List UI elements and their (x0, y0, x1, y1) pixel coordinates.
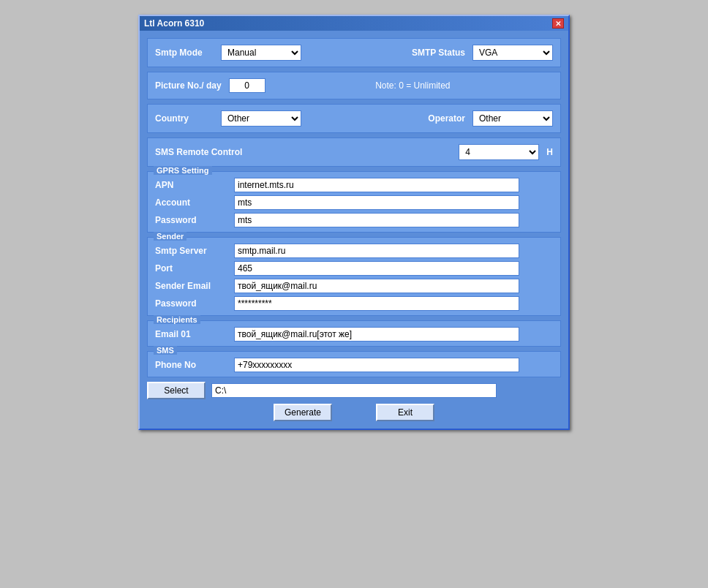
apn-input[interactable]: internet.mts.ru (234, 178, 519, 192)
sms-remote-select[interactable]: 4 (459, 144, 539, 160)
port-row: Port 465 (155, 261, 553, 276)
account-label: Account (155, 197, 228, 208)
country-operator-row: Country Other Operator Other (147, 104, 561, 133)
exit-button[interactable]: Exit (376, 404, 434, 421)
email01-input[interactable]: твой_ящик@mail.ru[этот же] (234, 327, 519, 342)
operator-label: Operator (428, 113, 465, 124)
phone-input[interactable]: +79xxxxxxxxx (234, 358, 519, 372)
account-input[interactable]: mts (234, 195, 519, 210)
email01-row: Email 01 твой_ящик@mail.ru[этот же] (155, 327, 553, 342)
phone-label: Phone No (155, 360, 228, 370)
smtp-mode-label: Smtp Mode (155, 48, 214, 58)
sender-email-input[interactable]: твой_ящик@mail.ru (234, 279, 519, 293)
title-bar: Ltl Acorn 6310 ✕ (140, 16, 568, 31)
sender-email-row: Sender Email твой_ящик@mail.ru (155, 279, 553, 293)
sender-section: Sender Smtp Server smtp.mail.ru Port 465… (147, 237, 561, 316)
smtp-server-input[interactable]: smtp.mail.ru (234, 244, 519, 258)
main-window: Ltl Acorn 6310 ✕ Smtp Mode Manual SMTP S… (138, 15, 570, 430)
apn-label: APN (155, 180, 228, 190)
sms-legend: SMS (154, 346, 177, 355)
window-content: Smtp Mode Manual SMTP Status VGA Picture… (140, 31, 568, 429)
sms-remote-unit: H (546, 147, 553, 157)
select-path-row: Select C:\ (147, 382, 561, 399)
select-button[interactable]: Select (147, 382, 206, 399)
account-row: Account mts (155, 195, 553, 210)
close-button[interactable]: ✕ (552, 18, 564, 29)
smtp-status-select[interactable]: VGA (472, 45, 553, 61)
gprs-password-label: Password (155, 215, 228, 225)
sender-password-input[interactable]: ********** (234, 296, 519, 311)
gprs-legend: GPRS Setting (154, 166, 212, 175)
smtp-server-label: Smtp Server (155, 246, 228, 256)
smtp-server-row: Smtp Server smtp.mail.ru (155, 244, 553, 258)
sms-section: SMS Phone No +79xxxxxxxxx (147, 351, 561, 377)
recipients-section: Recipients Email 01 твой_ящик@mail.ru[эт… (147, 320, 561, 347)
port-label: Port (155, 263, 228, 274)
path-input[interactable]: C:\ (211, 383, 497, 398)
port-input[interactable]: 465 (234, 261, 519, 276)
operator-select[interactable]: Other (472, 110, 553, 127)
sender-legend: Sender (154, 232, 187, 241)
phone-row: Phone No +79xxxxxxxxx (155, 358, 553, 372)
gprs-password-row: Password mts (155, 213, 553, 227)
sms-remote-label: SMS Remote Control (155, 147, 242, 157)
smtp-status-label: SMTP Status (412, 48, 465, 58)
window-title: Ltl Acorn 6310 (144, 18, 204, 29)
gprs-section: GPRS Setting APN internet.mts.ru Account… (147, 171, 561, 233)
smtp-mode-select[interactable]: Manual (221, 45, 301, 61)
generate-button[interactable]: Generate (274, 404, 332, 421)
country-select[interactable]: Other (221, 110, 301, 127)
recipients-legend: Recipients (154, 315, 200, 324)
picture-no-row: Picture No./ day 0 Note: 0 = Unlimited (147, 72, 561, 99)
footer-row: Generate Exit (147, 404, 561, 421)
sms-remote-row: SMS Remote Control 4 H (147, 137, 561, 167)
picture-no-note: Note: 0 = Unlimited (375, 80, 450, 91)
picture-no-label: Picture No./ day (155, 80, 222, 91)
picture-no-input[interactable]: 0 (229, 78, 266, 93)
smtp-row: Smtp Mode Manual SMTP Status VGA (147, 38, 561, 67)
country-label: Country (155, 113, 214, 124)
apn-row: APN internet.mts.ru (155, 178, 553, 192)
sender-password-label: Password (155, 298, 228, 309)
gprs-password-input[interactable]: mts (234, 213, 519, 227)
email01-label: Email 01 (155, 329, 228, 339)
sender-email-label: Sender Email (155, 281, 228, 291)
sender-password-row: Password ********** (155, 296, 553, 311)
